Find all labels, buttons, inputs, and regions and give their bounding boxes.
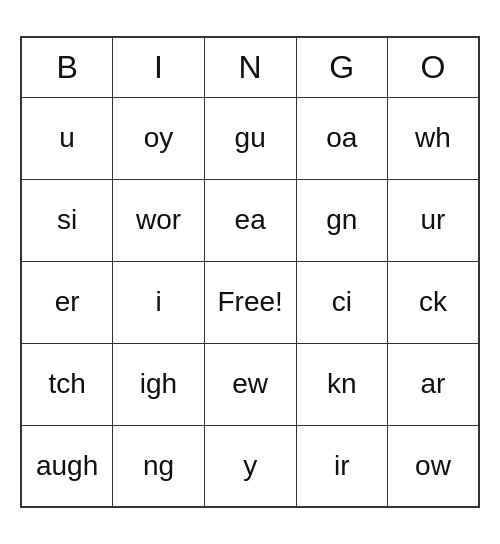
cell-r4-c0: augh xyxy=(21,425,113,507)
cell-r3-c0: tch xyxy=(21,343,113,425)
cell-r0-c0: u xyxy=(21,97,113,179)
table-row: tchighewknar xyxy=(21,343,479,425)
cell-r1-c3: gn xyxy=(296,179,387,261)
header-cell-g: G xyxy=(296,37,387,97)
cell-r4-c1: ng xyxy=(113,425,205,507)
cell-r2-c2: Free! xyxy=(204,261,296,343)
cell-r1-c0: si xyxy=(21,179,113,261)
bingo-card: BINGO uoyguoawhsiworeagnureriFree!cicktc… xyxy=(20,36,480,508)
cell-r4-c3: ir xyxy=(296,425,387,507)
cell-r1-c4: ur xyxy=(387,179,479,261)
cell-r2-c3: ci xyxy=(296,261,387,343)
table-row: uoyguoawh xyxy=(21,97,479,179)
cell-r0-c4: wh xyxy=(387,97,479,179)
cell-r3-c4: ar xyxy=(387,343,479,425)
table-row: eriFree!cick xyxy=(21,261,479,343)
header-cell-b: B xyxy=(21,37,113,97)
cell-r0-c3: oa xyxy=(296,97,387,179)
table-row: siworeagnur xyxy=(21,179,479,261)
header-row: BINGO xyxy=(21,37,479,97)
header-cell-o: O xyxy=(387,37,479,97)
cell-r2-c0: er xyxy=(21,261,113,343)
cell-r3-c3: kn xyxy=(296,343,387,425)
cell-r4-c4: ow xyxy=(387,425,479,507)
table-row: aughngyirow xyxy=(21,425,479,507)
cell-r3-c1: igh xyxy=(113,343,205,425)
cell-r2-c1: i xyxy=(113,261,205,343)
cell-r0-c2: gu xyxy=(204,97,296,179)
cell-r2-c4: ck xyxy=(387,261,479,343)
header-cell-i: I xyxy=(113,37,205,97)
cell-r3-c2: ew xyxy=(204,343,296,425)
cell-r4-c2: y xyxy=(204,425,296,507)
cell-r1-c1: wor xyxy=(113,179,205,261)
header-cell-n: N xyxy=(204,37,296,97)
cell-r0-c1: oy xyxy=(113,97,205,179)
cell-r1-c2: ea xyxy=(204,179,296,261)
